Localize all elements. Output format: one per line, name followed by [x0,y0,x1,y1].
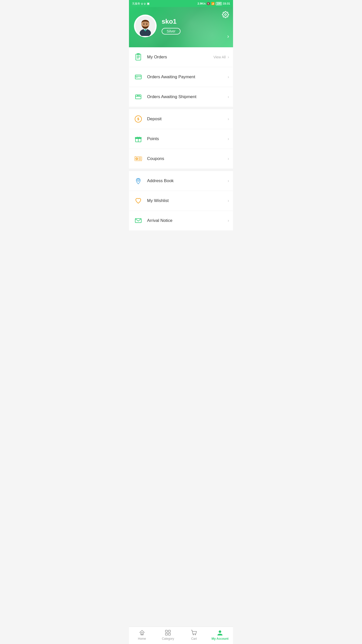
svg-point-7 [143,24,144,25]
heart-icon [133,195,144,206]
profile-header: sko1 Silver › [129,7,233,47]
status-right: 2.9K/s 🔇 📶 100 15:31 [198,2,230,5]
mute-icon: 🔇 [207,2,210,5]
wishlist-item[interactable]: My Wishlist › [129,191,233,211]
settings-button[interactable] [222,11,229,18]
box-icon [133,92,144,102]
chevron-icon: › [228,75,229,79]
address-book-right: › [228,179,229,183]
svg-point-36 [138,180,139,181]
wifi-icon: 📶 [211,2,215,5]
orders-shipment-label: Orders Awaiting Shipment [147,94,228,99]
time-display: 15:31 [223,2,230,5]
avatar [134,15,157,37]
location-icon [133,176,144,186]
chevron-icon: › [228,117,229,121]
deposit-right: › [228,117,229,121]
my-orders-right: View All › [213,55,229,59]
chevron-icon: › [228,179,229,183]
dollar-icon: $ [133,114,144,124]
chevron-icon: › [228,55,229,59]
chevron-icon: › [228,137,229,141]
coupons-label: Coupons [147,156,228,161]
wishlist-right: › [228,198,229,203]
deposit-item[interactable]: $ Deposit › [129,109,233,129]
arrival-notice-right: › [228,218,229,223]
points-item[interactable]: Points › [129,129,233,149]
orders-shipment-item[interactable]: Orders Awaiting Shipment › [129,87,233,107]
svg-rect-14 [135,75,141,79]
gift-icon [133,134,144,144]
svg-text:%: % [136,158,138,160]
membership-badge: Silver [162,28,180,34]
speed-indicator: 2.9K/s [198,2,206,5]
orders-payment-right: › [228,75,229,79]
coupons-item[interactable]: % Coupons › [129,149,233,169]
arrival-notice-label: Arrival Notice [147,218,228,223]
chevron-icon: › [228,95,229,99]
my-orders-label: My Orders [147,55,213,60]
svg-point-0 [225,14,227,16]
status-left: 无服务 ψ ψ ▣ [132,2,150,6]
mail-icon [133,215,144,226]
battery-icon: 100 [216,2,222,5]
profile-username: sko1 [162,18,228,25]
orders-section: My Orders View All › Orders Awaiting Pay… [129,47,233,107]
svg-point-8 [146,24,147,25]
wishlist-label: My Wishlist [147,198,228,203]
chevron-icon: › [228,156,229,161]
status-bar: 无服务 ψ ψ ▣ 2.9K/s 🔇 📶 100 15:31 [129,0,233,7]
points-right: › [228,137,229,141]
profile-info: sko1 Silver [162,18,228,34]
orders-payment-item[interactable]: Orders Awaiting Payment › [129,67,233,87]
profile-chevron[interactable]: › [227,33,229,40]
address-book-label: Address Book [147,178,228,183]
chevron-icon: › [228,218,229,223]
network-icon: ▣ [147,2,150,5]
svg-text:$: $ [137,117,139,121]
page-content: My Orders View All › Orders Awaiting Pay… [129,47,233,253]
coupons-right: › [228,156,229,161]
address-book-item[interactable]: Address Book › [129,171,233,191]
coupon-icon: % [133,153,144,164]
deposit-label: Deposit [147,116,228,122]
status-no-service: 无服务 ψ ψ [132,2,146,6]
my-orders-item[interactable]: My Orders View All › [129,47,233,67]
arrival-notice-item[interactable]: Arrival Notice › [129,211,233,230]
other-section: Address Book › My Wishlist › [129,171,233,230]
orders-payment-label: Orders Awaiting Payment [147,74,228,79]
clipboard-icon [133,52,144,62]
points-label: Points [147,136,228,141]
orders-shipment-right: › [228,95,229,99]
chevron-icon: › [228,198,229,203]
card-icon [133,72,144,82]
view-all-text: View All [213,55,226,59]
wallet-section: $ Deposit › [129,109,233,169]
